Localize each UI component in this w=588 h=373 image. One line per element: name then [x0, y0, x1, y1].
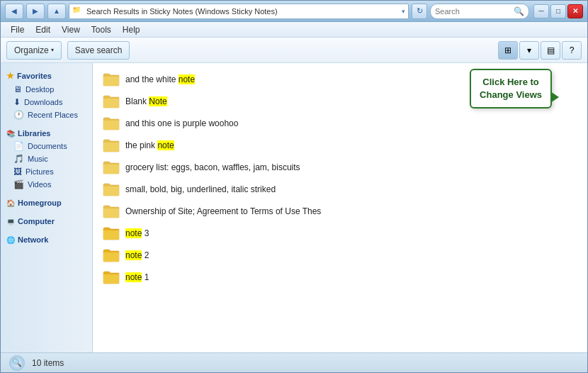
- list-item[interactable]: and this one is purple woohoo: [98, 113, 582, 134]
- homegroup-label: Homegroup: [18, 199, 62, 207]
- folder-icon: [103, 269, 120, 285]
- network-header[interactable]: 🌐 Network: [1, 233, 92, 246]
- desktop-label: Desktop: [26, 85, 54, 94]
- address-folder-icon: 📁: [72, 6, 84, 17]
- homegroup-header[interactable]: 🏠 Homegroup: [1, 196, 92, 209]
- up-button[interactable]: ▲: [47, 4, 66, 19]
- refresh-button[interactable]: ↻: [412, 4, 427, 19]
- status-bar: 🔍 10 items: [1, 352, 587, 372]
- videos-label: Videos: [28, 180, 51, 189]
- highlight-note: Note: [149, 96, 166, 106]
- libraries-section: 📚 Libraries 📄 Documents 🎵 Music 🖼 Pictur…: [1, 127, 92, 191]
- content-area: ★ Favorites 🖥 Desktop ⬇ Downloads 🕐 Rece…: [1, 63, 587, 352]
- menu-tools[interactable]: Tools: [86, 23, 117, 36]
- title-bar-left: ◀ ▶ ▲ 📁 Search Results in Sticky Notes (…: [5, 4, 529, 19]
- computer-label: Computer: [18, 217, 55, 226]
- organize-button[interactable]: Organize ▾: [6, 41, 62, 60]
- favorites-star-icon: ★: [6, 71, 14, 81]
- view-list-button[interactable]: ⊞: [498, 41, 518, 60]
- sidebar-item-desktop[interactable]: 🖥 Desktop: [1, 83, 92, 96]
- libraries-icon: 📚: [6, 130, 15, 138]
- back-button[interactable]: ◀: [5, 4, 23, 19]
- file-name: Blank Note: [125, 96, 167, 106]
- network-section: 🌐 Network: [1, 233, 92, 246]
- menu-file[interactable]: File: [5, 23, 30, 36]
- desktop-icon: 🖥: [13, 84, 22, 94]
- favorites-header[interactable]: ★ Favorites: [1, 69, 92, 83]
- address-text: Search Results in Sticky Notes (Windows …: [86, 7, 399, 16]
- file-name: and the white note: [125, 74, 195, 84]
- homegroup-section: 🏠 Homegroup: [1, 196, 92, 209]
- title-bar: ◀ ▶ ▲ 📁 Search Results in Sticky Notes (…: [1, 1, 587, 22]
- save-search-button[interactable]: Save search: [67, 41, 130, 60]
- list-item[interactable]: note 3: [98, 223, 582, 244]
- network-label: Network: [18, 235, 48, 244]
- recent-places-icon: 🕐: [13, 110, 24, 120]
- file-name: small, bold, big, underlined, italic str…: [125, 184, 276, 194]
- sidebar-item-videos[interactable]: 🎬 Videos: [1, 178, 92, 191]
- menu-bar: File Edit View Tools Help: [1, 22, 587, 38]
- file-name: grocery list: eggs, bacon, waffles, jam,…: [125, 162, 300, 172]
- folder-icon: [103, 72, 120, 87]
- folder-icon: [103, 247, 120, 263]
- sidebar-item-recent-places[interactable]: 🕐 Recent Places: [1, 108, 92, 121]
- forward-button[interactable]: ▶: [26, 4, 45, 19]
- list-item[interactable]: note 1: [98, 267, 582, 288]
- save-search-label: Save search: [75, 45, 123, 55]
- folder-icon: [103, 116, 120, 131]
- view-controls: ⊞ ▾ ▤ ?: [498, 41, 582, 60]
- list-item[interactable]: note 2: [98, 245, 582, 266]
- downloads-icon: ⬇: [13, 97, 21, 107]
- menu-help[interactable]: Help: [117, 23, 146, 36]
- folder-icon: [103, 226, 120, 241]
- sidebar-item-music[interactable]: 🎵 Music: [1, 152, 92, 165]
- main-window: ◀ ▶ ▲ 📁 Search Results in Sticky Notes (…: [0, 0, 588, 373]
- libraries-header[interactable]: 📚 Libraries: [1, 127, 92, 140]
- music-label: Music: [28, 155, 48, 163]
- downloads-label: Downloads: [24, 98, 62, 106]
- highlight-note: note: [125, 250, 142, 260]
- recent-places-label: Recent Places: [28, 111, 78, 119]
- file-name: and this one is purple woohoo: [125, 118, 238, 128]
- list-item[interactable]: grocery list: eggs, bacon, waffles, jam,…: [98, 157, 582, 178]
- callout-line2: Change Views: [480, 89, 542, 100]
- music-icon: 🎵: [13, 154, 24, 164]
- network-icon: 🌐: [6, 236, 15, 244]
- favorites-label: Favorites: [17, 72, 52, 80]
- menu-view[interactable]: View: [56, 23, 86, 36]
- sidebar-item-pictures[interactable]: 🖼 Pictures: [1, 165, 92, 178]
- address-bar[interactable]: 📁 Search Results in Sticky Notes (Window…: [69, 4, 409, 19]
- minimize-button[interactable]: ─: [533, 4, 549, 18]
- file-area: Click Here to Change Views and the white…: [93, 63, 587, 352]
- sidebar-item-documents[interactable]: 📄 Documents: [1, 140, 92, 152]
- pictures-label: Pictures: [26, 167, 54, 176]
- maximize-button[interactable]: □: [550, 4, 566, 18]
- search-box[interactable]: 🔍: [430, 4, 529, 19]
- toolbar: Organize ▾ Save search ⊞ ▾ ▤ ?: [1, 38, 587, 63]
- organize-arrow-icon: ▾: [51, 47, 54, 53]
- favorites-section: ★ Favorites 🖥 Desktop ⬇ Downloads 🕐 Rece…: [1, 69, 92, 121]
- search-input[interactable]: [435, 7, 514, 16]
- sidebar-item-downloads[interactable]: ⬇ Downloads: [1, 96, 92, 108]
- list-item[interactable]: small, bold, big, underlined, italic str…: [98, 179, 582, 200]
- preview-pane-button[interactable]: ▤: [541, 41, 560, 60]
- list-item[interactable]: the pink note: [98, 135, 582, 156]
- documents-label: Documents: [28, 142, 67, 150]
- highlight-note: note: [157, 140, 174, 150]
- window-controls: ─ □ ✕: [533, 4, 583, 18]
- menu-edit[interactable]: Edit: [30, 23, 56, 36]
- close-button[interactable]: ✕: [567, 4, 583, 18]
- search-icon: 🔍: [514, 6, 524, 16]
- file-name: the pink note: [125, 140, 174, 150]
- status-search-icon: 🔍: [9, 355, 25, 371]
- pictures-icon: 🖼: [13, 167, 22, 177]
- help-button[interactable]: ?: [562, 41, 582, 60]
- folder-icon: [103, 160, 120, 175]
- status-count: 10 items: [32, 358, 64, 368]
- list-item[interactable]: Ownership of Site; Agreement to Terms of…: [98, 201, 582, 222]
- homegroup-icon: 🏠: [6, 199, 15, 207]
- view-dropdown-button[interactable]: ▾: [519, 41, 539, 60]
- computer-header[interactable]: 💻 Computer: [1, 215, 92, 228]
- documents-icon: 📄: [13, 141, 24, 151]
- folder-icon: [103, 182, 120, 197]
